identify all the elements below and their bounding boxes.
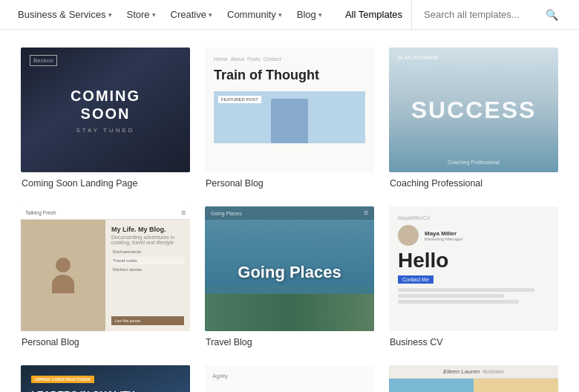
illustrator-header: Eileen Lauren Illustrator: [389, 365, 558, 379]
illustrator-name: Eileen Lauren: [443, 368, 480, 375]
card-personal-blog-2[interactable]: Talking Fresh ☰ My Life. My Blog. Docume…: [21, 206, 190, 347]
card-thumb-illustrator: Eileen Lauren Illustrator 🙂 ✂️ ⏰ 🎨 174: [389, 365, 558, 392]
nav-label-community: Community: [227, 9, 276, 20]
card-label-business-cv: Business CV: [389, 337, 558, 347]
featured-image: FEATURED POST: [214, 91, 365, 143]
blog2-grid: My Life. My Blog. Documenting adventures…: [21, 220, 190, 331]
illustrator-quad-2: ✂️: [474, 379, 558, 392]
coming-soon-text: COMINGSOON: [71, 87, 140, 122]
illustrator-content: 🙂 ✂️ ⏰ 🎨: [389, 379, 558, 392]
card-agile[interactable]: Agility: [205, 365, 374, 392]
nav-label-business: Business & Services: [18, 9, 106, 20]
nav-item-creative[interactable]: Creative ▾: [165, 0, 218, 30]
blog-title: Train of Thought: [214, 68, 365, 84]
card-thumb-personal-blog-1: HomeAboutPostsContact Train of Thought F…: [205, 48, 374, 172]
cv-info-row-3: [398, 300, 519, 304]
blog-nav-dots: HomeAboutPostsContact: [214, 56, 365, 62]
cv-cta: Contact Me: [398, 275, 434, 284]
construction-headline: LEADERS IN QUALITYCONSTRUCTION ANDINFRAS…: [31, 389, 180, 392]
blog2-description: Documenting adventures in cooking, trave…: [111, 235, 184, 245]
blog2-cta: Let the posts: [111, 316, 184, 325]
cv-info-row-1: [398, 288, 534, 292]
card-label-personal-blog-1: Personal Blog: [205, 178, 374, 189]
cv-tag: Marketing Manager: [425, 237, 463, 241]
card-label-travel-blog: Travel Blog: [205, 337, 374, 347]
card-thumb-travel-blog: Going Places ☰ Going Places: [205, 206, 374, 331]
nav-label-blog: Blog: [297, 9, 316, 20]
chevron-down-icon: ▾: [108, 11, 112, 19]
coaching-bottom-text: Coaching Professional: [448, 160, 500, 165]
nav-left: Business & Services ▾ Store ▾ Creative ▾…: [12, 0, 336, 30]
cv-info: [398, 288, 549, 304]
card-construction[interactable]: UPPER CONSTRUCTIONS LEADERS IN QUALITYCO…: [21, 365, 190, 392]
cv-avatar-row: Maya Miller Marketing Manager: [398, 225, 549, 246]
card-label-coaching: Coaching Professional: [389, 178, 558, 189]
nav-item-business[interactable]: Business & Services ▾: [12, 0, 118, 30]
template-grid: Beckon COMINGSOON STAY TUNED Coming Soon…: [0, 30, 579, 392]
nav-item-store[interactable]: Store ▾: [121, 0, 162, 30]
cv-info-row-2: [398, 294, 504, 298]
card-illustrator[interactable]: Eileen Lauren Illustrator 🙂 ✂️ ⏰ 🎨 174: [389, 365, 558, 392]
card-thumb-coming-soon: Beckon COMINGSOON STAY TUNED: [21, 48, 190, 172]
construction-badge: UPPER CONSTRUCTIONS: [31, 376, 94, 383]
blog2-title: My Life. My Blog.: [111, 226, 184, 233]
card-thumb-coaching: ALAN JOHNSON SUCCESS Coaching Profession…: [389, 48, 558, 172]
illustrator-subtitle: Illustrator: [482, 369, 504, 374]
search-button[interactable]: 🔍: [543, 9, 561, 21]
cv-top-bar: MayaMillerCV: [398, 215, 549, 220]
blog2-content: My Life. My Blog. Documenting adventures…: [105, 220, 190, 331]
blog2-posts: Enchantments Travel notes Kitchen storie…: [111, 248, 184, 273]
card-business-cv[interactable]: MayaMillerCV Maya Miller Marketing Manag…: [389, 206, 558, 347]
chevron-down-icon: ▾: [209, 11, 212, 19]
logo-badge: Beckon: [30, 55, 57, 66]
travel-top-bar: Going Places ☰: [205, 206, 374, 220]
card-thumb-agile: Agility: [205, 365, 374, 392]
cv-avatar: [398, 225, 419, 246]
nav-item-blog[interactable]: Blog ▾: [291, 0, 328, 30]
chevron-down-icon: ▾: [278, 11, 282, 19]
nav-label-creative: Creative: [171, 9, 206, 20]
nav-label-store: Store: [127, 9, 150, 20]
card-thumb-personal-blog-2: Talking Fresh ☰ My Life. My Blog. Docume…: [21, 206, 190, 331]
search-wrap: 🔍: [418, 4, 567, 26]
search-input[interactable]: [424, 9, 543, 20]
card-coaching[interactable]: ALAN JOHNSON SUCCESS Coaching Profession…: [389, 48, 558, 189]
chevron-down-icon: ▾: [152, 11, 156, 19]
card-coming-soon[interactable]: Beckon COMINGSOON STAY TUNED Coming Soon…: [21, 48, 190, 189]
nav-item-community[interactable]: Community ▾: [221, 0, 288, 30]
cv-name: Maya Miller: [425, 230, 463, 237]
card-travel-blog[interactable]: Going Places ☰ Going Places Travel Blog: [205, 206, 374, 347]
person-photo: [21, 220, 105, 331]
search-icon: 🔍: [546, 9, 558, 21]
card-thumb-business-cv: MayaMillerCV Maya Miller Marketing Manag…: [389, 206, 558, 331]
coaching-author: ALAN JOHNSON: [398, 55, 438, 60]
featured-badge: FEATURED POST: [218, 96, 261, 103]
travel-title: Going Places: [238, 263, 341, 282]
card-thumb-construction: UPPER CONSTRUCTIONS LEADERS IN QUALITYCO…: [21, 365, 190, 392]
construction-content: UPPER CONSTRUCTIONS LEADERS IN QUALITYCO…: [21, 365, 190, 392]
coaching-success-text: SUCCESS: [411, 97, 537, 124]
chevron-down-icon: ▾: [318, 11, 322, 19]
top-nav: Business & Services ▾ Store ▾ Creative ▾…: [0, 0, 579, 30]
cv-hello: Hello: [398, 249, 549, 272]
agile-site-name: Agility: [212, 373, 228, 379]
card-label-coming-soon: Coming Soon Landing Page: [21, 178, 190, 189]
blog2-top-bar: Talking Fresh ☰: [21, 206, 190, 220]
card-personal-blog-1[interactable]: HomeAboutPostsContact Train of Thought F…: [205, 48, 374, 189]
nav-right: All Templates 🔍: [336, 0, 567, 30]
illustrator-quad-1: 🙂: [389, 379, 474, 392]
coming-soon-subtext: STAY TUNED: [76, 127, 134, 134]
blog2-image: [21, 220, 105, 331]
all-templates-filter[interactable]: All Templates: [336, 0, 412, 30]
card-label-personal-blog-2: Personal Blog: [21, 337, 190, 347]
